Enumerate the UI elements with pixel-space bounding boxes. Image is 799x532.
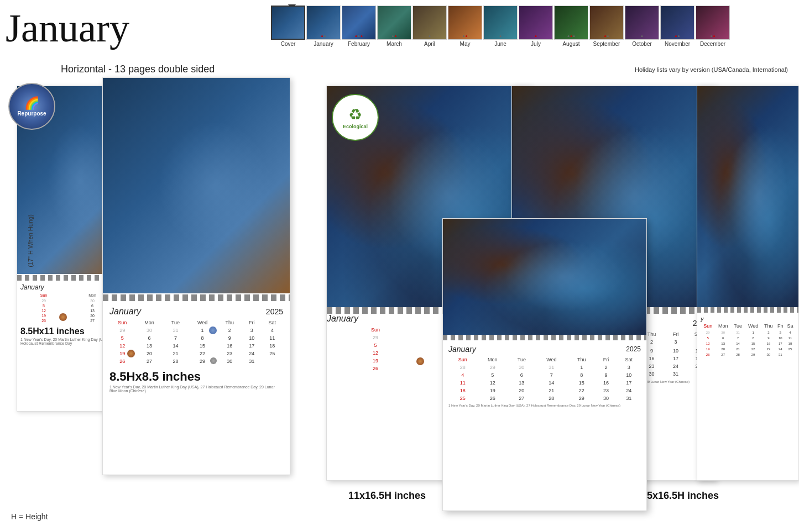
- horizontal-label: Horizontal - 13 pages double sided: [61, 64, 215, 75]
- year-vert-sm: 2025: [626, 345, 641, 353]
- cal-horizontal-medium: January 2025 SunMonTueWedThuFriSat 29303…: [102, 77, 290, 475]
- thumb-january[interactable]: January: [306, 6, 341, 47]
- ecological-text: Ecological: [343, 124, 368, 129]
- cal-grid-vert-sm: SunMonTueWedThuFriSat 28293031123 456789…: [448, 356, 641, 402]
- year-medium: 2025: [266, 307, 283, 316]
- repurpose-text: Repurpose: [17, 110, 46, 117]
- size-label-medium: 8.5Hx8.5 inches: [109, 370, 283, 384]
- month-name-vert-left: January: [327, 314, 358, 324]
- rotated-label-small: (17" H When Hung): [27, 186, 34, 296]
- repurpose-badge: 🌈 Repurpose: [8, 83, 55, 130]
- thumbnail-row: Cover January February March: [271, 6, 730, 47]
- thumb-september[interactable]: September: [589, 6, 624, 47]
- cal-grid-medium: SunMonTueWedThuFriSat 293031 1 234 56789…: [109, 319, 283, 365]
- cal-image-vert-sm: [443, 219, 646, 335]
- thumb-october[interactable]: October: [625, 6, 659, 47]
- cal-body-vert-right: y SunMonTueWedThuFriSa 2930311234 567891…: [697, 313, 798, 360]
- month-name-medium: January: [109, 307, 141, 317]
- month-name-vert-sm: January: [448, 345, 476, 354]
- thumb-cover[interactable]: Cover: [271, 6, 305, 47]
- cal-body-medium: January 2025 SunMonTueWedThuFriSat 29303…: [103, 301, 290, 398]
- holiday-note: Holiday lists vary by version (USA/Canad…: [635, 66, 788, 73]
- thumb-june[interactable]: June: [483, 6, 518, 47]
- ecological-badge: ♻ Ecological: [332, 94, 379, 141]
- thumb-april[interactable]: April: [412, 6, 447, 47]
- month-name-vert-right: y: [701, 315, 795, 322]
- thumbnail-strip: Cover January February March: [271, 6, 730, 47]
- thumb-february[interactable]: February: [342, 6, 376, 47]
- recycle-icon: ♻: [348, 106, 362, 124]
- thumb-december[interactable]: December: [696, 6, 730, 47]
- cal-image-medium: [103, 78, 290, 293]
- thumb-august[interactable]: August: [554, 6, 588, 47]
- footnote-medium: 1 New Year's Day, 20 Martin Luther King …: [109, 385, 283, 393]
- spiral-vert-sm: [443, 335, 646, 340]
- cal-vertical-small-right: y SunMonTueWedThuFriSa 2930311234 567891…: [697, 86, 799, 481]
- spiral-medium: [103, 294, 290, 301]
- thumb-july[interactable]: July: [519, 6, 553, 47]
- spiral-vert-right: [697, 307, 798, 313]
- cal-vertical-medium: January 2025 SunMonTueWedThuFriSat 28293…: [442, 218, 647, 511]
- thumb-november[interactable]: November: [660, 6, 694, 47]
- h-height-label: H = Height: [11, 512, 48, 521]
- page-title: January: [6, 6, 129, 51]
- cal-grid-vert-right: SunMonTueWedThuFriSa 2930311234 56789101…: [701, 322, 795, 357]
- thumb-may[interactable]: May: [448, 6, 482, 47]
- size-vert-5x16: 5.5x16.5H inches: [639, 490, 719, 502]
- footnote-vert-sm: 1 New Year's Day, 20 Martin Luther King …: [448, 404, 641, 407]
- cal-image-vert-right: [697, 86, 798, 307]
- size-vert-11x16: 11x16.5H inches: [348, 490, 426, 502]
- thumb-march[interactable]: March: [377, 6, 411, 47]
- cal-body-vert-sm: January 2025 SunMonTueWedThuFriSat 28293…: [443, 340, 646, 412]
